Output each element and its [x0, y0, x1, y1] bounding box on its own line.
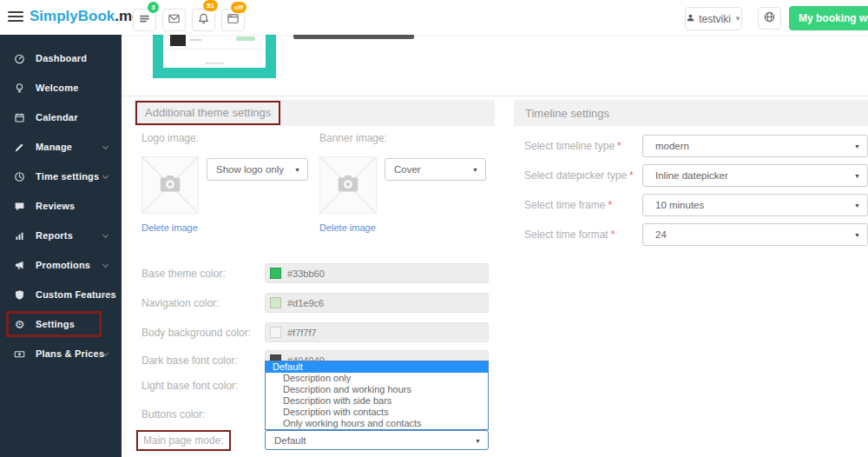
dropdown-option[interactable]: Default — [266, 361, 488, 373]
main-page-mode-dropdown-list: Default Description only Description and… — [265, 361, 489, 430]
dropdown-option[interactable]: Description only — [266, 373, 488, 384]
timeline-type-value: modern — [655, 141, 689, 151]
dropdown-arrow-icon: ▼ — [854, 202, 860, 209]
timeline-settings-header: Timeline settings — [514, 100, 868, 126]
brand-name: SimplyBook — [30, 8, 115, 24]
sidebar-item-welcome[interactable]: Welcome — [0, 73, 122, 103]
main-content: Additional theme settings Logo image: Ba… — [122, 35, 868, 457]
timeline-type-label: Select timeline type* — [524, 140, 621, 152]
base-theme-color-input[interactable]: #33bb60 — [265, 263, 489, 283]
preview-text-line — [189, 39, 201, 41]
sidebar-item-time-settings[interactable]: Time settings — [0, 162, 122, 191]
logo-mode-value: Show logo only — [216, 164, 284, 175]
pencil-icon — [13, 142, 26, 153]
simplybook-admin-app: SimplyBook.me 3 51 off — [0, 0, 868, 457]
booking-status-badge: off — [231, 2, 247, 13]
time-format-value: 24 — [655, 229, 667, 240]
sidebar-item-manage[interactable]: Manage — [0, 132, 122, 162]
lightbulb-icon — [13, 83, 26, 94]
time-frame-value: 10 minutes — [655, 200, 704, 210]
sidebar-item-settings[interactable]: ⚙ Settings — [0, 309, 122, 339]
brand-logo[interactable]: SimplyBook.me — [30, 8, 141, 25]
sidebar-item-label: Time settings — [36, 171, 99, 182]
browser-window-icon — [227, 12, 240, 29]
navigation-color-label: Navigation color: — [141, 297, 219, 309]
preview-footer-line — [205, 63, 224, 64]
sidebar-item-label: Dashboard — [36, 53, 87, 63]
sidebar-item-label: Plans & Prices — [36, 348, 104, 359]
hamburger-menu-icon[interactable] — [8, 11, 23, 23]
task-list-icon — [138, 12, 151, 29]
dropdown-option[interactable]: Description and working hours — [266, 384, 488, 395]
datepicker-type-select[interactable]: Inline datepicker ▼ — [642, 164, 868, 187]
time-frame-select[interactable]: 10 minutes ▼ — [642, 194, 868, 216]
user-icon — [686, 13, 695, 25]
logo-mode-select[interactable]: Show logo only ▼ — [207, 158, 308, 181]
dropdown-arrow-icon: ▼ — [472, 167, 478, 173]
buttons-color-label: Buttons color: — [141, 408, 205, 421]
required-mark: * — [608, 199, 612, 211]
datepicker-type-value: Inline datepicker — [655, 170, 728, 181]
delete-logo-image-link[interactable]: Delete image — [141, 222, 198, 233]
chevron-down-icon — [102, 262, 108, 268]
delete-banner-image-link[interactable]: Delete image — [319, 222, 376, 233]
sidebar-nav: Dashboard Welcome Calendar Manage Time s… — [0, 35, 122, 457]
preview-photo — [170, 35, 186, 46]
base-theme-color-label: Base theme color: — [141, 268, 226, 280]
dropdown-option[interactable]: Only working hours and contacts — [266, 418, 488, 429]
main-page-mode-label: Main page mode: — [136, 430, 231, 451]
banner-image-placeholder[interactable] — [319, 156, 377, 214]
navigation-color-input[interactable]: #d1e9c6 — [265, 293, 489, 313]
sidebar-item-custom-features[interactable]: Custom Features — [0, 280, 122, 309]
my-booking-website-button[interactable]: My booking website — [789, 6, 868, 30]
logo-image-placeholder[interactable] — [141, 156, 199, 214]
body-background-color-input[interactable]: #f7f7f7 — [265, 322, 489, 342]
clock-icon — [13, 171, 26, 182]
color-swatch — [270, 297, 281, 308]
banner-mode-select[interactable]: Cover ▼ — [385, 158, 486, 181]
sidebar-item-dashboard[interactable]: Dashboard — [0, 43, 122, 73]
color-value: #f7f7f7 — [287, 328, 317, 338]
sidebar-item-label: Reports — [36, 230, 73, 241]
dropdown-arrow-icon: ▼ — [475, 438, 481, 444]
sidebar-item-calendar[interactable]: Calendar — [0, 103, 122, 132]
banner-image-label: Banner image: — [319, 132, 387, 144]
main-page-mode-select[interactable]: Default ▼ — [265, 430, 489, 450]
time-frame-label: Select time frame* — [524, 199, 612, 211]
money-icon — [13, 348, 26, 360]
sidebar-item-reports[interactable]: Reports — [0, 221, 122, 250]
datepicker-type-label: Select datepicker type* — [524, 169, 634, 182]
sidebar-item-plans-prices[interactable]: Plans & Prices — [0, 339, 122, 368]
globe-icon — [763, 10, 776, 27]
required-mark: * — [617, 140, 621, 152]
time-format-select[interactable]: 24 ▼ — [642, 223, 868, 246]
gears-icon: ⚙ — [13, 318, 26, 331]
language-button[interactable] — [758, 7, 781, 30]
notifications-button[interactable] — [192, 9, 215, 31]
sidebar-item-promotions[interactable]: Promotions — [0, 250, 122, 280]
bell-icon — [197, 12, 210, 29]
sidebar-item-label: Settings — [36, 319, 75, 329]
preview-button — [236, 36, 255, 41]
dropdown-option[interactable]: Description with side bars — [266, 395, 488, 407]
timeline-type-select[interactable]: modern ▼ — [642, 135, 868, 157]
chat-icon — [13, 201, 26, 212]
theme-preview-thumbnail[interactable] — [153, 35, 276, 78]
user-menu[interactable]: testviki ▼ — [685, 7, 742, 30]
banner-mode-value: Cover — [394, 164, 421, 175]
sidebar-item-label: Manage — [36, 142, 72, 152]
sidebar-item-reviews[interactable]: Reviews — [0, 191, 122, 221]
cta-label: My booking website — [799, 12, 868, 24]
tasks-badge: 3 — [148, 2, 159, 13]
user-name: testviki — [699, 13, 731, 25]
camera-icon — [333, 170, 363, 200]
messages-button[interactable] — [162, 9, 186, 31]
required-mark: * — [611, 228, 615, 241]
puzzle-icon — [13, 289, 26, 301]
additional-theme-settings-title: Additional theme settings — [135, 101, 280, 125]
dropdown-option[interactable]: Description with contacts — [266, 407, 488, 418]
logo-image-label: Logo image: — [141, 132, 199, 144]
color-swatch — [270, 268, 281, 279]
megaphone-icon — [13, 260, 26, 271]
preview-divider — [163, 49, 266, 50]
